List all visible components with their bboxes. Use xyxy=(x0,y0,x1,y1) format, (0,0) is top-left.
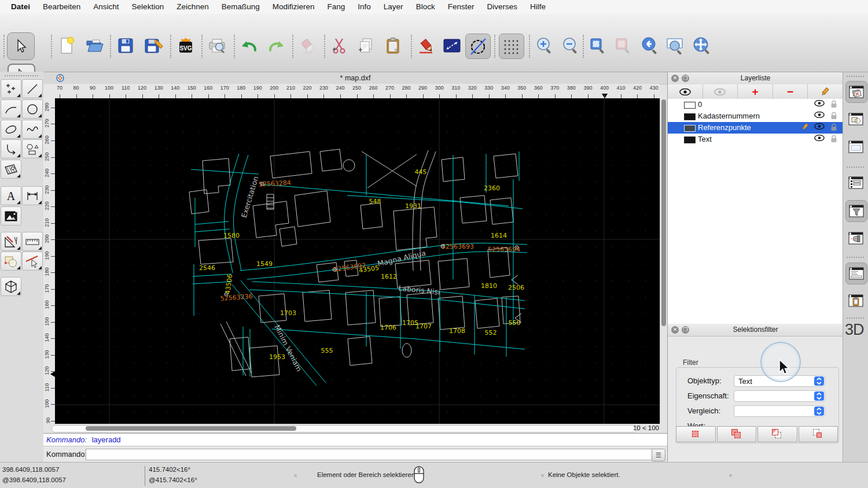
dimension-tools-button[interactable] xyxy=(22,186,43,205)
polyline-tools-button[interactable] xyxy=(1,139,21,158)
menu-bearbeiten[interactable]: Bearbeiten xyxy=(36,0,87,14)
solid-3d-tools-button[interactable] xyxy=(1,277,21,296)
draw-mode-button[interactable] xyxy=(414,34,439,58)
palette-drag-handle[interactable] xyxy=(5,75,38,76)
menu-hilfe[interactable]: Hilfe xyxy=(524,0,552,14)
menu-bemaßung[interactable]: Bemaßung xyxy=(215,0,266,14)
horizontal-scrollbar[interactable] xyxy=(52,425,637,432)
command-options-button[interactable]: ☰ xyxy=(652,449,665,461)
toolbar-drag-handle[interactable] xyxy=(3,35,5,58)
erase-button[interactable] xyxy=(296,34,320,58)
find-replace-panel-toggle[interactable] xyxy=(845,228,866,249)
dropdown-stepper-icon[interactable] xyxy=(814,391,824,401)
command-input[interactable] xyxy=(86,449,654,460)
zoom-window-button[interactable] xyxy=(663,34,687,58)
add-to-selection-button[interactable] xyxy=(717,426,757,442)
layer-lock-icon[interactable] xyxy=(830,100,837,108)
vertical-scrollbar-thumb[interactable] xyxy=(661,99,666,326)
horizontal-scrollbar-thumb[interactable] xyxy=(86,426,296,431)
menu-selektion[interactable]: Selektion xyxy=(126,0,171,14)
edit-layer-button[interactable] xyxy=(808,84,843,99)
menu-layer[interactable]: Layer xyxy=(377,0,410,14)
ellipse-tools-button[interactable] xyxy=(1,120,21,139)
menu-fenster[interactable]: Fenster xyxy=(442,0,481,14)
zoom-previous-button[interactable] xyxy=(638,34,662,58)
circle-tools-button[interactable] xyxy=(22,99,43,119)
dropdown-stepper-icon[interactable] xyxy=(814,376,824,386)
menu-diverses[interactable]: Diverses xyxy=(480,0,524,14)
layer-visibility-eye-icon[interactable] xyxy=(814,112,825,118)
select-tool-button[interactable] xyxy=(7,32,35,60)
layer-lock-icon[interactable] xyxy=(830,123,837,131)
copy-button[interactable] xyxy=(354,34,378,58)
layer-visibility-eye-icon[interactable] xyxy=(814,135,825,141)
menu-fang[interactable]: Fang xyxy=(321,0,352,14)
properties-panel-toggle[interactable] xyxy=(845,136,866,157)
show-all-layers-button[interactable] xyxy=(668,84,703,99)
hatch-tool-button[interactable] xyxy=(1,160,21,179)
layer-color-swatch[interactable] xyxy=(684,102,696,109)
vertical-scrollbar[interactable] xyxy=(660,98,668,424)
paste-button[interactable] xyxy=(381,34,405,58)
pan-button[interactable] xyxy=(690,34,714,58)
new-file-button[interactable] xyxy=(54,34,79,58)
command-line-panel-toggle[interactable] xyxy=(845,263,867,284)
line-tools-button[interactable] xyxy=(22,79,43,98)
arc-tools-button[interactable] xyxy=(1,99,21,119)
layer-visibility-eye-icon[interactable] xyxy=(814,123,825,130)
block-panel-toggle[interactable] xyxy=(845,109,866,130)
layer-row-kadasternummern[interactable]: Kadasternummern xyxy=(668,110,843,122)
menu-modifizieren[interactable]: Modifizieren xyxy=(266,0,321,14)
add-layer-button[interactable]: + xyxy=(738,84,773,99)
menu-info[interactable]: Info xyxy=(351,0,377,14)
remove-layer-button[interactable]: − xyxy=(773,84,808,99)
layer-row-referenzpunkte[interactable]: Referenzpunkte xyxy=(668,122,843,134)
measure-tools-button[interactable] xyxy=(22,232,43,251)
intersect-selection-button[interactable] xyxy=(799,426,838,442)
open-file-button[interactable] xyxy=(82,34,106,58)
dropdown-stepper-icon[interactable] xyxy=(814,406,824,416)
misc-draw-tools-button[interactable] xyxy=(1,232,21,251)
filter-dropdown-eigenschaft[interactable] xyxy=(734,390,825,402)
menu-ansicht[interactable]: Ansicht xyxy=(87,0,125,14)
selection-filter-panel-toggle[interactable] xyxy=(845,200,867,222)
zoom-in-button[interactable] xyxy=(532,34,557,58)
clipboard-panel-toggle[interactable] xyxy=(845,290,866,311)
remove-from-selection-button[interactable] xyxy=(757,426,797,442)
print-preview-button[interactable] xyxy=(205,34,229,58)
zoom-auto-button[interactable] xyxy=(586,34,610,58)
menu-datei[interactable]: Datei xyxy=(5,0,36,14)
select-matching-button[interactable] xyxy=(676,426,716,442)
grid-toggle-button[interactable] xyxy=(499,34,524,59)
layer-lock-icon[interactable] xyxy=(830,112,837,120)
edit-layer-icon[interactable] xyxy=(801,123,810,131)
svg-export-button[interactable]: SVG xyxy=(174,34,198,58)
filter-dropdown-vergleich[interactable] xyxy=(734,405,825,417)
layer-row-text[interactable]: Text xyxy=(668,134,843,145)
layer-color-swatch[interactable] xyxy=(684,136,696,143)
zoom-out-button[interactable] xyxy=(558,34,583,58)
save-as-button[interactable] xyxy=(141,34,165,58)
cut-button[interactable] xyxy=(328,34,352,58)
layer-color-swatch[interactable] xyxy=(684,113,696,120)
layer-panel-toggle[interactable] xyxy=(845,81,867,103)
point-tools-button[interactable] xyxy=(1,79,21,98)
zoom-selection-button[interactable] xyxy=(611,34,635,58)
modify-tools-button[interactable] xyxy=(1,252,21,271)
redo-button[interactable] xyxy=(264,34,288,58)
dimension-mode-button[interactable] xyxy=(440,34,464,58)
draft-mode-button[interactable] xyxy=(465,34,491,59)
layer-row-0[interactable]: 0 xyxy=(668,99,843,110)
snap-edit-tool-button[interactable] xyxy=(22,252,43,271)
drawing-canvas[interactable]: 4452360548193116141580154925464350516121… xyxy=(55,98,660,424)
shape-tools-button[interactable] xyxy=(22,139,43,158)
hide-all-layers-button[interactable] xyxy=(703,84,738,99)
menu-block[interactable]: Block xyxy=(410,0,442,14)
undo-button[interactable] xyxy=(237,34,262,58)
layer-visibility-eye-icon[interactable] xyxy=(814,100,825,106)
image-tool-button[interactable] xyxy=(1,206,21,225)
library-browser-toggle[interactable] xyxy=(845,172,866,193)
layer-lock-icon[interactable] xyxy=(830,135,837,143)
spline-tools-button[interactable] xyxy=(22,120,43,139)
save-button[interactable] xyxy=(113,34,138,58)
